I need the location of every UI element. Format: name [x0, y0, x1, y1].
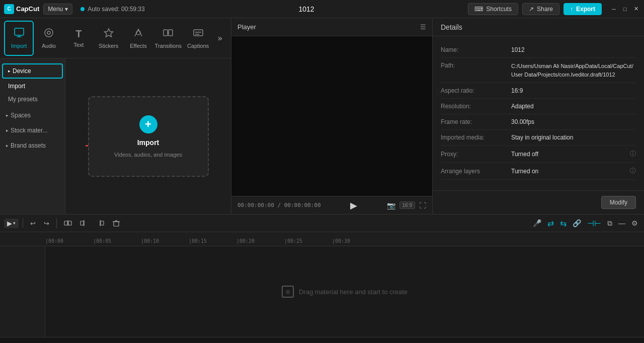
sidebar-item-device[interactable]: ▸ Device — [2, 63, 63, 79]
ruler-label: |00:20 — [236, 238, 255, 244]
titlebar: C CapCut Menu ▾ Auto saved: 00:59:33 101… — [0, 0, 644, 18]
brand-label: Brand assets — [11, 142, 46, 149]
split-button[interactable] — [61, 217, 75, 229]
split-icon[interactable]: ⊣⊢ — [585, 217, 603, 230]
tab-text[interactable]: T Text — [64, 21, 94, 56]
split-right-button[interactable] — [93, 217, 107, 229]
ruler-mark: |00:05 — [93, 238, 141, 244]
details-header: Details — [433, 18, 644, 36]
microphone-icon[interactable]: 🎤 — [531, 217, 543, 229]
select-tool[interactable]: ▶ ▾ — [4, 219, 19, 228]
tab-transitions[interactable]: Transitions — [153, 21, 183, 56]
detail-row-imported-media: Imported media: Stay in original locatio… — [441, 130, 636, 146]
detail-row-name: Name: 1012 — [441, 42, 636, 58]
connect-icon-1[interactable]: ⇄ — [545, 217, 556, 230]
import-area: + Import Videos, audios, and images — [65, 58, 231, 214]
captions-tab-label: Captions — [187, 43, 209, 49]
ruler-mark: |00:20 — [236, 238, 284, 244]
framerate-value: 30.00fps — [511, 118, 636, 125]
redo-button[interactable]: ↪ — [41, 218, 52, 229]
ruler-mark: |00:30 — [332, 238, 380, 244]
timeline-track-area[interactable]: ⊞ Drag material here and start to create — [45, 246, 644, 337]
toolbar-divider-2 — [56, 218, 57, 228]
ruler-label: |00:05 — [93, 238, 111, 244]
svg-rect-18 — [114, 222, 119, 226]
close-button[interactable]: ✕ — [632, 5, 640, 13]
share-button[interactable]: ↗ Share — [522, 3, 559, 15]
tab-stickers[interactable]: Stickers — [94, 21, 123, 56]
name-label: Name: — [441, 46, 511, 53]
svg-rect-16 — [101, 221, 104, 225]
ruler-marks: |00:00|00:05|00:10|00:15|00:20|00:25|00:… — [45, 238, 644, 244]
text-tab-label: Text — [73, 42, 84, 48]
fullscreen-icon[interactable]: ⛶ — [419, 201, 426, 210]
time-separator: / — [277, 202, 284, 209]
player-title: Player — [237, 23, 256, 31]
ruler-label: |00:30 — [332, 238, 350, 244]
drag-hint-icon: ⊞ — [282, 286, 294, 298]
logo-icon: C — [4, 4, 14, 14]
details-panel: Details Name: 1012 Path: C:/Users/Usman … — [433, 18, 644, 214]
audio-tab-icon — [43, 27, 54, 41]
auto-save-status: Auto saved: 00:59:33 — [80, 6, 144, 13]
svg-rect-11 — [64, 221, 67, 225]
svg-point-2 — [47, 31, 50, 34]
more-tabs-button[interactable]: » — [213, 21, 227, 56]
stickers-tab-icon — [103, 27, 114, 41]
svg-rect-14 — [80, 221, 84, 225]
my-presets-label: My presets — [8, 96, 38, 103]
player-panel: Player ☰ 00:00:00:00 / 00:00:00:00 ▶ 📷 1… — [231, 18, 433, 214]
split-left-button[interactable] — [77, 217, 91, 229]
delete-button[interactable] — [109, 217, 123, 229]
undo-button[interactable]: ↩ — [27, 218, 39, 229]
ruler-label: |00:00 — [45, 238, 63, 244]
drag-hint-text: Drag material here and start to create — [299, 288, 408, 296]
detail-row-path: Path: C:/Users/Usman Ali Nasir/AppData/L… — [441, 58, 636, 83]
timeline-scrollbar[interactable] — [0, 337, 644, 343]
select-icon: ▶ — [7, 220, 12, 227]
toolbar-right: 🎤 ⇄ ⇆ 🔗 ⊣⊢ ⧉ — ⚙ — [531, 217, 640, 230]
maximize-button[interactable]: □ — [621, 5, 629, 13]
proxy-info-icon[interactable]: ⓘ — [630, 150, 636, 158]
sidebar-item-brand-assets[interactable]: ▸ Brand assets — [0, 138, 65, 153]
aspect-value: 16:9 — [511, 87, 636, 94]
screenshot-icon[interactable]: 📷 — [387, 201, 395, 210]
sidebar-item-import[interactable]: Import — [0, 80, 65, 93]
modify-button[interactable]: Modify — [601, 196, 636, 209]
menu-button[interactable]: Menu ▾ — [43, 4, 72, 15]
minus-icon[interactable]: — — [616, 217, 627, 229]
share-label: Share — [537, 6, 553, 13]
minimize-button[interactable]: ─ — [610, 5, 618, 13]
export-button[interactable]: ↑ Export — [564, 3, 602, 15]
sidebar-item-stock[interactable]: ▸ Stock mater... — [0, 123, 65, 138]
sidebar-nav: ▸ Device Import My presets ▸ Spaces ▸ St… — [0, 58, 65, 214]
overlay-icon[interactable]: ⧉ — [605, 217, 614, 230]
path-value: C:/Users/Usman Ali Nasir/AppData/Local/C… — [511, 62, 636, 79]
ruler-label: |00:25 — [284, 238, 302, 244]
tab-audio[interactable]: Audio — [34, 21, 63, 56]
resolution-value: Adapted — [511, 103, 636, 110]
shortcuts-button[interactable]: ⌨ Shortcuts — [468, 3, 518, 15]
resolution-badge: 16:9 — [399, 201, 415, 209]
left-panel: Import Audio T Text — [0, 18, 231, 214]
sidebar-item-spaces[interactable]: ▸ Spaces — [0, 108, 65, 123]
link-icon[interactable]: 🔗 — [571, 217, 583, 229]
play-button[interactable]: ▶ — [350, 200, 357, 211]
audio-tab-label: Audio — [42, 43, 56, 49]
aspect-label: Aspect ratio: — [441, 87, 511, 94]
menu-dropdown-icon: ▾ — [65, 6, 68, 13]
bottom-toolbar: ▶ ▾ ↩ ↪ 🎤 ⇄ ⇆ 🔗 ⊣⊢ ⧉ — ⚙ — [0, 214, 644, 232]
imported-media-label: Imported media: — [441, 134, 511, 141]
player-right-controls: 📷 16:9 ⛶ — [387, 201, 426, 210]
player-menu-icon[interactable]: ☰ — [420, 23, 426, 31]
connect-icon-2[interactable]: ⇆ — [558, 217, 569, 230]
import-tab-icon — [14, 27, 25, 41]
tab-captions[interactable]: Captions — [183, 21, 213, 56]
settings-icon[interactable]: ⚙ — [629, 217, 640, 229]
sidebar-item-my-presets[interactable]: My presets — [0, 93, 65, 106]
tab-effects[interactable]: Effects — [123, 21, 153, 56]
import-dropzone[interactable]: + Import Videos, audios, and images — [88, 96, 209, 177]
tab-import[interactable]: Import — [4, 21, 34, 56]
imported-media-value: Stay in original location — [511, 134, 636, 141]
arrange-layers-info-icon[interactable]: ⓘ — [630, 167, 636, 175]
